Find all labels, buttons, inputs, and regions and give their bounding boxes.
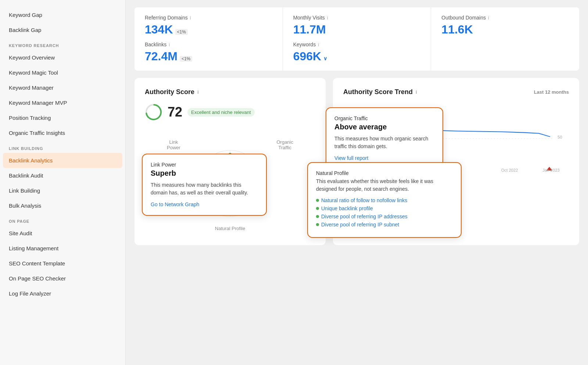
natural-dot-1 bbox=[316, 207, 319, 210]
stat-keywords-value: 696K ∨ bbox=[293, 50, 421, 63]
content-row: Authority Score i 72 Excellent and niche… bbox=[135, 78, 579, 245]
radar-label-organic-traffic: OrganicTraffic bbox=[276, 139, 293, 150]
stat-backlinks-label: Backlinks i bbox=[145, 42, 272, 47]
sidebar-item-keyword-magic-tool[interactable]: Keyword Magic Tool bbox=[0, 65, 125, 80]
sidebar-item-listing[interactable]: Listing Management bbox=[0, 241, 125, 256]
natural-list-item-2[interactable]: Diverse pool of referring IP addresses bbox=[316, 214, 453, 219]
natural-list-item-3[interactable]: Diverse pool of referring IP subnet bbox=[316, 222, 453, 228]
main-content: Referring Domains i 134K <1% Backlinks i… bbox=[126, 0, 588, 365]
outbound-domains-info-icon[interactable]: i bbox=[488, 15, 489, 21]
tooltip-link-power-category: Link Power bbox=[151, 162, 258, 168]
tooltip-organic-link[interactable]: View full report bbox=[334, 155, 368, 161]
score-badge: Excellent and niche relevant bbox=[187, 108, 255, 117]
keywords-info-icon[interactable]: i bbox=[318, 42, 319, 47]
section-label-keyword-research: KEYWORD RESEARCH bbox=[0, 37, 125, 50]
sidebar-section-keyword-research: KEYWORD RESEARCH Keyword Overview Keywor… bbox=[0, 37, 125, 140]
sidebar-item-seo-content-template[interactable]: SEO Content Template bbox=[0, 256, 125, 271]
sidebar-item-keyword-overview[interactable]: Keyword Overview bbox=[0, 50, 125, 65]
tooltip-organic-category: Organic Traffic bbox=[334, 115, 434, 121]
sidebar-item-backlink-gap[interactable]: Backlink Gap bbox=[0, 22, 125, 37]
stat-referring-domains: Referring Domains i 134K <1% Backlinks i… bbox=[135, 7, 283, 71]
natural-dot-3 bbox=[316, 223, 319, 226]
tooltip-link-power-desc: This measures how many backlinks this do… bbox=[151, 181, 258, 197]
tooltip-link-power-title: Superb bbox=[151, 169, 258, 178]
stat-monthly-visits-value: 11.7M bbox=[293, 23, 421, 36]
tooltip-link-power-link[interactable]: Go to Network Graph bbox=[151, 201, 199, 207]
score-number: 72 bbox=[168, 104, 182, 120]
sidebar-item-keyword-manager[interactable]: Keyword Manager bbox=[0, 80, 125, 95]
stat-monthly-visits-label: Monthly Visits i bbox=[293, 15, 421, 21]
backlinks-info-icon[interactable]: i bbox=[169, 42, 170, 47]
sidebar-section: Keyword Gap Backlink Gap bbox=[0, 7, 125, 37]
tooltip-natural-list: Natural ratio of follow to nofollow link… bbox=[316, 197, 453, 228]
trend-info-icon[interactable]: i bbox=[416, 89, 417, 95]
sidebar-item-keyword-gap[interactable]: Keyword Gap bbox=[0, 7, 125, 22]
section-label-link-building: LINK BUILDING bbox=[0, 140, 125, 153]
sidebar-item-keyword-manager-mvp[interactable]: Keyword Manager MVP bbox=[0, 95, 125, 110]
referring-domains-badge: <1% bbox=[175, 29, 188, 35]
sidebar-section-on-page: ON PAGE Site Audit Listing Management SE… bbox=[0, 213, 125, 301]
stat-outbound-domains-value: 11.6K bbox=[441, 23, 569, 36]
sidebar: Keyword Gap Backlink Gap KEYWORD RESEARC… bbox=[0, 0, 126, 365]
stat-backlinks-value: 72.4M <1% bbox=[145, 50, 272, 63]
radar-label-natural-profile: Natural Profile bbox=[215, 226, 245, 231]
stat-monthly-visits: Monthly Visits i 11.7M Keywords i 696K ∨ bbox=[283, 7, 431, 71]
sidebar-item-backlink-analytics[interactable]: Backlink Analytics bbox=[3, 153, 122, 168]
stat-outbound-domains-label: Outbound Domains i bbox=[441, 15, 569, 21]
referring-domains-info-icon[interactable]: i bbox=[190, 15, 191, 21]
sidebar-item-backlink-audit[interactable]: Backlink Audit bbox=[0, 168, 125, 183]
tooltip-organic-title: Above average bbox=[334, 123, 434, 131]
authority-score-title: Authority Score i bbox=[145, 88, 315, 96]
sidebar-item-bulk-analysis[interactable]: Bulk Analysis bbox=[0, 198, 125, 213]
natural-list-item-0[interactable]: Natural ratio of follow to nofollow link… bbox=[316, 197, 453, 203]
stat-referring-domains-value: 134K <1% bbox=[145, 23, 272, 36]
backlinks-badge: <1% bbox=[180, 56, 192, 62]
score-circle-svg bbox=[145, 103, 162, 121]
score-row: 72 Excellent and niche relevant bbox=[145, 103, 315, 121]
tooltip-organic-desc: This measures how much organic search tr… bbox=[334, 135, 434, 150]
sidebar-item-organic-traffic-insights[interactable]: Organic Traffic Insights bbox=[0, 125, 125, 140]
stats-row: Referring Domains i 134K <1% Backlinks i… bbox=[135, 7, 579, 71]
tooltip-natural-category: Natural Profile bbox=[316, 170, 453, 176]
sidebar-item-site-audit[interactable]: Site Audit bbox=[0, 226, 125, 241]
natural-dot-0 bbox=[316, 199, 319, 202]
sidebar-item-position-tracking[interactable]: Position Tracking bbox=[0, 110, 125, 125]
sidebar-item-link-building[interactable]: Link Building bbox=[0, 183, 125, 198]
tooltip-link-power: Link Power Superb This measures how many… bbox=[142, 154, 267, 216]
trend-period: Last 12 months bbox=[534, 89, 569, 95]
natural-dot-2 bbox=[316, 215, 319, 218]
tooltip-organic-traffic: Organic Traffic Above average This measu… bbox=[326, 107, 443, 169]
natural-list-item-1[interactable]: Unique backlink profile bbox=[316, 205, 453, 211]
authority-score-info-icon[interactable]: i bbox=[197, 89, 199, 95]
trend-title: Authority Score Trend i Last 12 months bbox=[343, 88, 569, 96]
stat-referring-domains-label: Referring Domains i bbox=[145, 15, 272, 21]
svg-text:50: 50 bbox=[557, 135, 562, 139]
sidebar-item-log-file-analyzer[interactable]: Log File Analyzer bbox=[0, 286, 125, 301]
section-label-on-page: ON PAGE bbox=[0, 213, 125, 226]
sidebar-item-on-page-seo-checker[interactable]: On Page SEO Checker bbox=[0, 271, 125, 286]
sidebar-section-link-building: LINK BUILDING Backlink Analytics Backlin… bbox=[0, 140, 125, 213]
svg-text:Oct 2022: Oct 2022 bbox=[501, 168, 518, 172]
tooltip-natural-desc: This evaluates whether this website feel… bbox=[316, 178, 453, 193]
svg-text:Jan 2023: Jan 2023 bbox=[542, 168, 559, 172]
monthly-visits-info-icon[interactable]: i bbox=[327, 15, 328, 21]
keywords-chevron[interactable]: ∨ bbox=[323, 56, 327, 61]
tooltip-natural-profile: Natural Profile This evaluates whether t… bbox=[307, 162, 462, 238]
stat-outbound-domains: Outbound Domains i 11.6K bbox=[431, 7, 579, 71]
stat-keywords-label: Keywords i bbox=[293, 42, 421, 47]
radar-label-link-power: LinkPower bbox=[167, 139, 180, 150]
